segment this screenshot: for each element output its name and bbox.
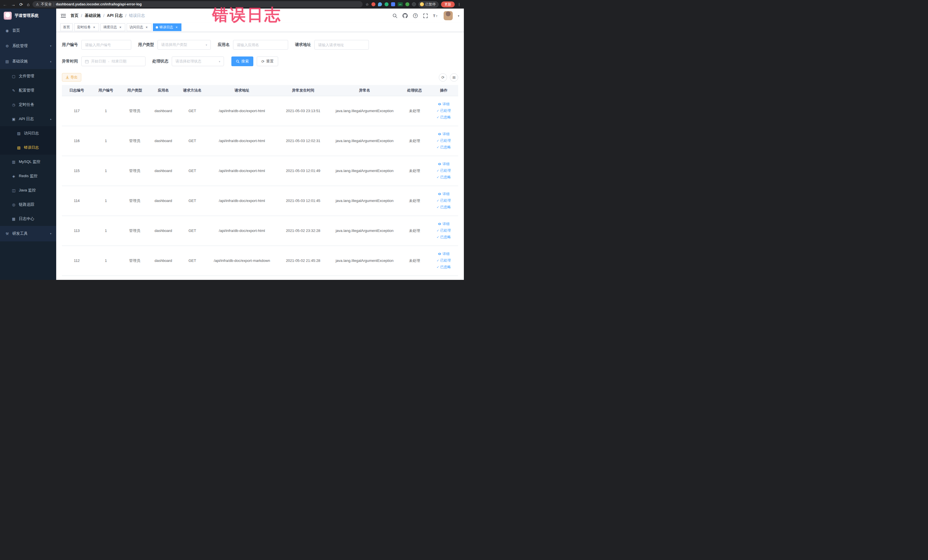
extension-icon[interactable] xyxy=(378,2,382,6)
mark-processed-link[interactable]: ✓ 已处理 xyxy=(430,197,457,204)
page-tab[interactable]: 错误日志 × xyxy=(153,23,182,31)
reload-icon[interactable]: ⟳ xyxy=(20,2,23,6)
exception-time-range[interactable]: 开始日期 - 结束日期 xyxy=(81,56,145,66)
close-tab-icon[interactable]: × xyxy=(118,25,122,29)
breadcrumb-item[interactable]: 基础设施 / xyxy=(85,13,104,18)
mark-ignored-link[interactable]: ✓ 已忽略 xyxy=(430,174,457,181)
detail-link[interactable]: 详细 xyxy=(430,191,457,197)
sidebar-item[interactable]: ⚒ 研发工具 ▾ xyxy=(0,226,56,241)
page-tab[interactable]: 调度日志 × xyxy=(101,23,125,31)
breadcrumb-item[interactable]: API 日志 / xyxy=(107,13,127,18)
mark-ignored-link[interactable]: ✓ 已忽略 xyxy=(430,114,457,121)
navbar-actions: ? TT ▾ xyxy=(392,11,459,20)
bookmark-star-icon[interactable]: ☆ xyxy=(365,3,369,6)
sidebar-item[interactable]: ◷ 定时任务 xyxy=(0,98,56,112)
mark-processed-link[interactable]: ✓ 已处理 xyxy=(430,257,457,264)
app-name-input[interactable] xyxy=(233,40,288,50)
collapse-sidebar-icon[interactable] xyxy=(61,14,66,18)
search-button[interactable]: 搜索 xyxy=(231,56,253,66)
page-tab[interactable]: 首页 × xyxy=(60,23,73,31)
mark-processed-link[interactable]: ✓ 已处理 xyxy=(430,168,457,174)
fullscreen-icon[interactable] xyxy=(423,14,428,18)
sidebar-item[interactable]: ◎ 链路追踪 xyxy=(0,197,56,212)
sidebar-item[interactable]: ◫ Java 监控 xyxy=(0,183,56,197)
detail-link[interactable]: 详细 xyxy=(430,221,457,227)
sidebar-item[interactable]: ▥ MySQL 监控 xyxy=(0,155,56,169)
breadcrumb-item[interactable]: 错误日志 / xyxy=(129,13,145,18)
search-icon[interactable] xyxy=(392,14,397,18)
extension-icon[interactable] xyxy=(391,2,395,6)
page-tab[interactable]: 访问日志 × xyxy=(127,23,151,31)
sidebar-item[interactable]: ▦ 日志中心 xyxy=(0,212,56,226)
extension-icon[interactable] xyxy=(405,2,409,6)
config-icon: ✎ xyxy=(11,89,16,93)
profile-paused-badge[interactable]: 已暂停 xyxy=(418,2,438,8)
download-icon xyxy=(66,76,69,79)
reset-button[interactable]: ⟳ 重置 xyxy=(257,56,278,66)
close-tab-icon[interactable]: × xyxy=(175,25,179,29)
close-tab-icon[interactable]: × xyxy=(92,25,96,29)
sidebar-item-label: 错误日志 xyxy=(24,145,39,150)
page-tab[interactable]: 定时任务 × xyxy=(74,23,99,31)
mark-processed-link[interactable]: ✓ 已处理 xyxy=(430,137,457,144)
github-icon[interactable] xyxy=(403,13,408,18)
sidebar-item-label: 基础设施 xyxy=(12,59,27,64)
sidebar-item[interactable]: ◉ 首页 xyxy=(0,23,56,38)
cell-app-name: dashboard xyxy=(149,186,177,216)
eye-icon xyxy=(438,132,441,136)
address-bar[interactable]: ⚠ 不安全 dashboard.yudao.iocoder.cn/infra/l… xyxy=(32,1,363,8)
detail-link[interactable]: 详细 xyxy=(430,101,457,108)
check-icon: ✓ xyxy=(437,234,439,240)
help-icon[interactable]: ? xyxy=(413,13,418,18)
request-url-input[interactable] xyxy=(314,40,369,50)
mark-ignored-link[interactable]: ✓ 已忽略 xyxy=(430,144,457,151)
sidebar-item[interactable]: ◈ Redis 监控 xyxy=(0,169,56,183)
cell-status: 未处理 xyxy=(400,96,429,126)
sidebar-item[interactable]: ✎ 配置管理 xyxy=(0,83,56,98)
mark-processed-link[interactable]: ✓ 已处理 xyxy=(430,227,457,234)
sidebar-item[interactable]: ▣ API 日志 ▴ xyxy=(0,112,56,126)
font-size-icon[interactable]: TT xyxy=(433,14,438,18)
browser-update-button[interactable]: 更新 xyxy=(441,2,455,8)
mark-ignored-link[interactable]: ✓ 已忽略 xyxy=(430,264,457,270)
sidebar-item-label: 研发工具 xyxy=(12,231,27,236)
column-settings-button[interactable]: ⊞ xyxy=(450,73,458,82)
sidebar-item[interactable]: ▤ 基础设施 ▴ xyxy=(0,53,56,69)
mark-ignored-link[interactable]: ✓ 已忽略 xyxy=(430,204,457,211)
extension-icon[interactable] xyxy=(412,2,416,6)
end-date-input[interactable]: 结束日期 xyxy=(111,59,127,64)
tab-label: 错误日志 xyxy=(159,25,173,30)
sidebar-item[interactable]: ▨ 访问日志 xyxy=(0,126,56,140)
refresh-table-button[interactable]: ⟳ xyxy=(439,73,447,82)
user-type-select[interactable]: 请选择用户类型 ▾ xyxy=(157,40,211,50)
mark-processed-link[interactable]: ✓ 已处理 xyxy=(430,108,457,114)
sidebar: 芋道管理系统 ◉ 首页 ⚙ 系统管理 ▾ ▤ 基础设施 xyxy=(0,9,56,280)
back-icon[interactable]: ← xyxy=(3,2,7,6)
export-button[interactable]: 导出 xyxy=(62,73,81,82)
forward-icon[interactable]: → xyxy=(11,2,15,6)
breadcrumb-item[interactable]: 首页 / xyxy=(70,13,82,18)
detail-link[interactable]: 详细 xyxy=(430,161,457,168)
detail-link[interactable]: 详细 xyxy=(430,131,457,137)
process-status-select[interactable]: 请选择处理状态 ▾ xyxy=(172,56,224,66)
cell-actions: 详细 ✓ 已处理 ✓ 已忽略 xyxy=(429,96,458,126)
filter-process-status: 处理状态 请选择处理状态 ▾ xyxy=(152,56,224,66)
user-avatar[interactable] xyxy=(444,11,453,20)
start-date-input[interactable]: 开始日期 xyxy=(91,59,106,64)
browser-menu-icon[interactable]: ⋮ xyxy=(457,3,461,6)
extension-on-badge[interactable]: on xyxy=(398,2,403,6)
user-id-input[interactable] xyxy=(81,40,131,50)
sidebar-item[interactable]: ▢ 文件管理 xyxy=(0,69,56,83)
close-tab-icon[interactable]: × xyxy=(145,25,149,29)
java-icon: ◫ xyxy=(11,188,16,192)
sidebar-item[interactable]: ⚙ 系统管理 ▾ xyxy=(0,38,56,53)
mark-ignored-link[interactable]: ✓ 已忽略 xyxy=(430,234,457,241)
app-logo[interactable]: 芋道管理系统 xyxy=(0,9,56,23)
detail-link[interactable]: 详细 xyxy=(430,251,457,257)
extension-icon[interactable] xyxy=(385,2,389,6)
eye-icon xyxy=(438,252,441,256)
sidebar-item[interactable]: ▧ 错误日志 xyxy=(0,140,56,155)
home-icon[interactable]: ⌂ xyxy=(27,2,30,6)
chevron-down-icon[interactable]: ▾ xyxy=(458,14,459,17)
extension-icon[interactable] xyxy=(371,2,375,6)
